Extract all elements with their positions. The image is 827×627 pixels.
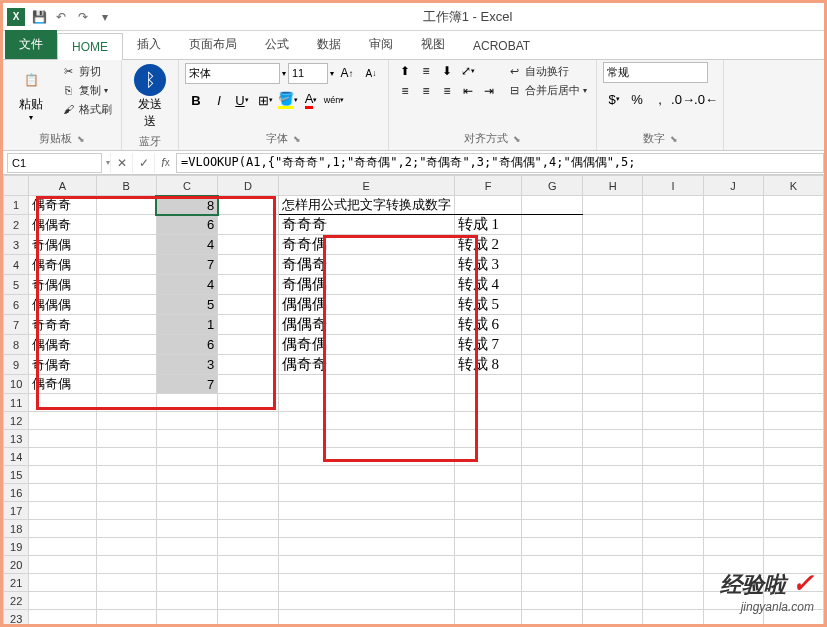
cell-B17[interactable] [96,502,156,520]
row-header-15[interactable]: 15 [4,466,29,484]
cell-K19[interactable] [763,538,823,556]
cell-I14[interactable] [643,448,703,466]
cell-J11[interactable] [703,394,763,412]
cell-C7[interactable]: 1 [156,315,217,335]
cell-D8[interactable] [218,335,278,355]
paste-button[interactable]: 📋 粘贴 ▾ [9,62,53,124]
qat-customize[interactable]: ▾ [95,7,115,27]
cell-C1[interactable]: 8 [156,196,217,215]
cell-I21[interactable] [643,574,703,592]
row-header-10[interactable]: 10 [4,375,29,394]
cell-H22[interactable] [582,592,642,610]
cell-K6[interactable] [763,295,823,315]
cell-A23[interactable] [29,610,96,625]
cell-F7[interactable]: 转成 6 [454,315,522,335]
cell-J19[interactable] [703,538,763,556]
cell-G3[interactable] [522,235,583,255]
cell-I5[interactable] [643,275,703,295]
cell-F23[interactable] [454,610,522,625]
cell-I23[interactable] [643,610,703,625]
bluetooth-send-button[interactable]: ᛒ 发送 送 [128,62,172,132]
orientation-icon[interactable]: ⤢▾ [458,62,478,80]
row-header-14[interactable]: 14 [4,448,29,466]
cell-D15[interactable] [218,466,278,484]
cell-H23[interactable] [582,610,642,625]
increase-font-icon[interactable]: A↑ [336,62,358,84]
row-header-5[interactable]: 5 [4,275,29,295]
cell-B3[interactable] [96,235,156,255]
cell-E8[interactable]: 偶奇偶 [278,335,454,355]
cell-G14[interactable] [522,448,583,466]
cell-J12[interactable] [703,412,763,430]
cell-E3[interactable]: 奇奇偶 [278,235,454,255]
cell-H17[interactable] [582,502,642,520]
cell-I18[interactable] [643,520,703,538]
cell-F4[interactable]: 转成 3 [454,255,522,275]
cell-C20[interactable] [156,556,217,574]
column-header-G[interactable]: G [522,176,583,196]
cell-A1[interactable]: 偶奇奇 [29,196,96,215]
cell-B1[interactable] [96,196,156,215]
font-size-combo[interactable] [288,63,328,84]
cell-B13[interactable] [96,430,156,448]
cell-E14[interactable] [278,448,454,466]
cell-E21[interactable] [278,574,454,592]
cell-J14[interactable] [703,448,763,466]
underline-button[interactable]: U▾ [231,89,253,111]
cancel-formula-icon[interactable]: ✕ [110,153,132,173]
decrease-indent-icon[interactable]: ⇤ [458,82,478,100]
cell-I19[interactable] [643,538,703,556]
cell-G8[interactable] [522,335,583,355]
cell-B22[interactable] [96,592,156,610]
column-header-K[interactable]: K [763,176,823,196]
column-header-D[interactable]: D [218,176,278,196]
cell-J13[interactable] [703,430,763,448]
row-header-9[interactable]: 9 [4,355,29,375]
row-header-7[interactable]: 7 [4,315,29,335]
cell-I6[interactable] [643,295,703,315]
cell-C11[interactable] [156,394,217,412]
cell-B16[interactable] [96,484,156,502]
cell-I10[interactable] [643,375,703,394]
cell-I3[interactable] [643,235,703,255]
cell-A18[interactable] [29,520,96,538]
redo-button[interactable]: ↷ [73,7,93,27]
border-button[interactable]: ⊞▾ [254,89,276,111]
cell-C16[interactable] [156,484,217,502]
cell-D18[interactable] [218,520,278,538]
cell-C9[interactable]: 3 [156,355,217,375]
cell-G1[interactable] [522,196,583,215]
cell-J3[interactable] [703,235,763,255]
cell-E6[interactable]: 偶偶偶 [278,295,454,315]
cell-F9[interactable]: 转成 8 [454,355,522,375]
column-header-J[interactable]: J [703,176,763,196]
cell-H4[interactable] [582,255,642,275]
cell-F8[interactable]: 转成 7 [454,335,522,355]
cell-H5[interactable] [582,275,642,295]
cell-B20[interactable] [96,556,156,574]
cell-A19[interactable] [29,538,96,556]
cell-I13[interactable] [643,430,703,448]
cell-H10[interactable] [582,375,642,394]
cell-H8[interactable] [582,335,642,355]
cell-G21[interactable] [522,574,583,592]
cell-B14[interactable] [96,448,156,466]
cell-E2[interactable]: 奇奇奇 [278,215,454,235]
cell-D19[interactable] [218,538,278,556]
cell-I11[interactable] [643,394,703,412]
cell-D2[interactable] [218,215,278,235]
cell-H21[interactable] [582,574,642,592]
align-top-icon[interactable]: ⬆ [395,62,415,80]
cell-H6[interactable] [582,295,642,315]
cell-E15[interactable] [278,466,454,484]
copy-button[interactable]: ⎘复制▾ [57,81,115,99]
formula-input[interactable] [176,153,824,173]
cell-K14[interactable] [763,448,823,466]
cell-A5[interactable]: 奇偶偶 [29,275,96,295]
cell-F12[interactable] [454,412,522,430]
cell-D1[interactable] [218,196,278,215]
cell-K11[interactable] [763,394,823,412]
cell-C8[interactable]: 6 [156,335,217,355]
row-header-20[interactable]: 20 [4,556,29,574]
cell-J6[interactable] [703,295,763,315]
